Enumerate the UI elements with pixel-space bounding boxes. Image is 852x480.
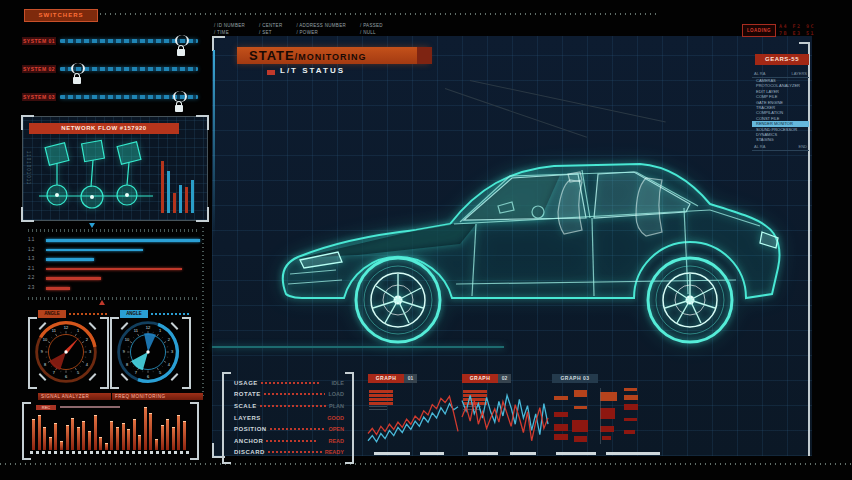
panel-corner-icon [212,36,225,51]
eq-bar [66,425,69,450]
status-row: POSITIONOPEN [234,423,344,435]
status-label: DISCARD [234,449,265,455]
graph3-block [574,436,587,442]
eq-bar [166,419,169,450]
gauge-1-dots [69,313,109,315]
network-bar [173,193,176,213]
hbar-bar [46,277,101,280]
graph1-badge[interactable]: GRAPH 01 [368,374,417,383]
graph3-block [554,396,568,400]
graph1-scrollbar[interactable] [374,452,410,455]
gauge-2-dots [151,313,191,315]
graph2-badge[interactable]: GRAPH 02 [462,374,511,383]
graph3-block [600,392,617,401]
graph2-scrollbar[interactable] [468,452,498,455]
graph3-block-chart [552,386,660,448]
meta-col: / PASSED/ NULL [360,23,383,35]
slider-row: SYSTEM 02 [0,65,206,89]
svg-text:2: 2 [168,337,170,342]
status-label: LAYERS [234,415,261,421]
sidebar-vertical-ruler [202,226,204,396]
hbar-top-ruler [28,229,198,232]
switcher-badge[interactable]: SWITCHERS [24,9,98,22]
status-row: LAYERSGOOD [234,412,344,424]
car-xray-wireframe [238,72,796,370]
hbar-label: 1.1 [28,237,34,242]
eq-bar [122,423,125,450]
header-extension [417,47,432,64]
graph3-divider [600,388,601,444]
svg-text:1: 1 [159,328,162,333]
status-value: READY [325,449,344,455]
svg-text:9: 9 [41,349,44,354]
eq-bar [155,439,158,450]
status-leader [266,440,318,442]
graph3-block [602,436,611,440]
panel-corner-icon [799,42,810,44]
slider-row: SYSTEM 01 [0,37,206,61]
graph3-block [624,388,637,391]
network-flow-panel: NETWORK FLOW #157920 1101001011 [22,116,208,221]
status-leader [264,393,326,395]
status-bracket [345,372,354,464]
status-leader [260,405,326,407]
graph3-block [624,395,638,400]
front-wheel [356,258,440,342]
network-flow-bar-chart [161,137,203,213]
status-row: ANCHORREAD [234,435,344,447]
graph3-scrollbar[interactable] [556,452,596,455]
eq-bar [172,427,175,450]
svg-text:11: 11 [134,328,139,333]
ruler-marker-icon[interactable] [99,300,105,305]
gears-badge[interactable]: GEARS-55 [755,54,809,65]
status-value: IDLE [331,380,344,386]
eq-bar [161,425,164,450]
eq-bar [49,437,52,450]
graph2-title: GRAPH [462,374,498,383]
hbar-row: 2.1 [28,265,204,274]
eq-bar [94,415,97,450]
lock-icon[interactable] [175,105,183,112]
code-readout: A4 F2 9C7B E3 51 [779,23,815,37]
hbar-meter: 1.11.21.32.12.22.3 [0,236,206,294]
svg-text:7: 7 [53,370,55,375]
graph3-badge[interactable]: GRAPH 03 [552,374,598,383]
hbar-row: 1.1 [28,236,204,245]
graph3-block [600,426,614,432]
eq-bar [99,437,102,450]
eq-bar [77,427,80,450]
network-bar [167,171,170,213]
lock-icon[interactable] [73,77,81,84]
status-leader [270,428,326,430]
eq-bar [60,441,63,450]
header-subtitle: /MONITORING [295,50,367,62]
hbar-bar [46,249,143,252]
status-row: SCALEPLAN [234,400,344,412]
graph2-number: 02 [498,374,511,383]
eq-bar [32,419,35,450]
svg-text:6: 6 [65,374,68,379]
graph3-block [624,404,638,410]
hbar-label: 1.2 [28,247,34,252]
hbar-bar [46,258,94,261]
rear-wheel [648,258,732,342]
header-title: STATE [249,48,295,63]
eq-bar [105,443,108,450]
svg-text:7: 7 [135,370,137,375]
status-row: ROTATELOAD [234,389,344,401]
lock-icon[interactable] [177,49,185,56]
eq-bar [38,415,41,450]
network-flow-side-code: 1101001011 [26,151,31,185]
svg-text:6: 6 [147,374,150,379]
eq-tag-a: SIGNAL ANALYZER [38,393,111,400]
status-label: SCALE [234,403,257,409]
graph3-scrollbar[interactable] [606,452,660,455]
slider-handle[interactable] [175,35,189,46]
loading-badge: LOADING [742,24,776,37]
graph1-scrollbar[interactable] [420,452,444,455]
hbar-row: 2.2 [28,274,204,283]
graph2-scrollbar[interactable] [510,452,536,455]
eq-bar [183,421,186,450]
ruler-marker-icon[interactable] [89,223,95,228]
eq-bar [127,429,130,450]
